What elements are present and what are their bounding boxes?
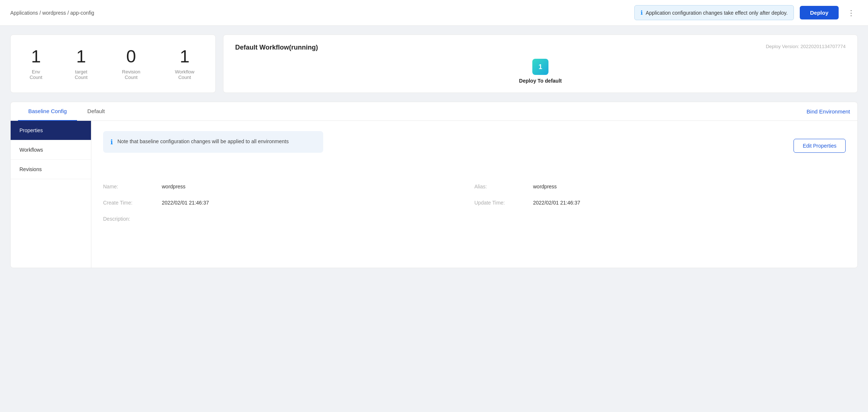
deploy-to-label: Deploy To default xyxy=(519,78,562,84)
target-count-stat: 1 target Count xyxy=(69,48,94,80)
target-count-label: target Count xyxy=(69,69,94,80)
tabs-section: Baseline Config Default Bind Environment… xyxy=(10,102,858,268)
properties-grid: Name: wordpress Alias: wordpress Create … xyxy=(103,182,846,223)
content-area: ℹ Note that baseline configuration chang… xyxy=(91,121,857,268)
workflow-card: Default Workflow(running) Deploy Version… xyxy=(223,35,858,93)
deploy-version: Deploy Version: 20220201134707774 xyxy=(766,44,846,49)
description-label: Description: xyxy=(103,214,162,223)
alias-value: wordpress xyxy=(533,182,846,191)
name-value: wordpress xyxy=(162,182,474,191)
top-bar: Applications / wordpress / app-config ℹ … xyxy=(0,0,868,26)
workflow-count-label: Workflow Count xyxy=(169,69,201,80)
deploy-badge[interactable]: 1 xyxy=(532,59,548,75)
name-label: Name: xyxy=(103,182,162,191)
notice-box: ℹ Application configuration changes take… xyxy=(634,5,794,20)
alias-label: Alias: xyxy=(474,182,533,191)
workflow-count-stat: 1 Workflow Count xyxy=(169,48,201,80)
info-banner-text: Note that baseline configuration changes… xyxy=(117,138,289,145)
create-time-label: Create Time: xyxy=(103,198,162,207)
revision-count-label: Revision Count xyxy=(116,69,146,80)
env-count-value: 1 xyxy=(25,48,47,65)
target-count-value: 1 xyxy=(69,48,94,65)
revision-count-value: 0 xyxy=(116,48,146,65)
sidebar-item-revisions[interactable]: Revisions xyxy=(11,160,91,179)
bind-environment-button[interactable]: Bind Environment xyxy=(807,108,850,115)
workflow-deploy-area: 1 Deploy To default xyxy=(235,59,846,84)
update-time-value: 2022/02/01 21:46:37 xyxy=(533,198,846,207)
tab-default[interactable]: Default xyxy=(77,102,115,121)
workflow-header: Default Workflow(running) Deploy Version… xyxy=(235,44,846,51)
sidebar-item-workflows[interactable]: Workflows xyxy=(11,140,91,160)
sidebar-item-properties[interactable]: Properties xyxy=(11,121,91,140)
env-count-stat: 1 Env Count xyxy=(25,48,47,80)
sidebar-nav: Properties Workflows Revisions xyxy=(11,121,91,268)
deploy-button[interactable]: Deploy xyxy=(800,6,839,19)
info-banner-icon: ℹ xyxy=(110,138,113,146)
tabs-body: Properties Workflows Revisions ℹ Note th… xyxy=(11,121,857,268)
create-time-value: 2022/02/01 21:46:37 xyxy=(162,198,474,207)
revision-count-stat: 0 Revision Count xyxy=(116,48,146,80)
workflow-title: Default Workflow(running) xyxy=(235,44,318,51)
stats-card: 1 Env Count 1 target Count 0 Revision Co… xyxy=(10,35,216,93)
description-value xyxy=(162,214,474,223)
tabs-bar: Baseline Config Default Bind Environment xyxy=(11,102,857,121)
edit-properties-button[interactable]: Edit Properties xyxy=(794,139,846,153)
breadcrumb: Applications / wordpress / app-config xyxy=(10,10,94,16)
env-count-label: Env Count xyxy=(25,69,47,80)
more-options-button[interactable]: ⋮ xyxy=(845,7,858,19)
main-content: 1 Env Count 1 target Count 0 Revision Co… xyxy=(0,26,868,277)
stats-workflow-row: 1 Env Count 1 target Count 0 Revision Co… xyxy=(10,35,858,93)
top-bar-right: ℹ Application configuration changes take… xyxy=(634,5,858,20)
info-icon: ℹ xyxy=(641,9,643,16)
notice-text: Application configuration changes take e… xyxy=(646,10,788,16)
info-banner: ℹ Note that baseline configuration chang… xyxy=(103,131,323,153)
update-time-label: Update Time: xyxy=(474,198,533,207)
workflow-count-value: 1 xyxy=(169,48,201,65)
tab-baseline-config[interactable]: Baseline Config xyxy=(18,102,77,121)
